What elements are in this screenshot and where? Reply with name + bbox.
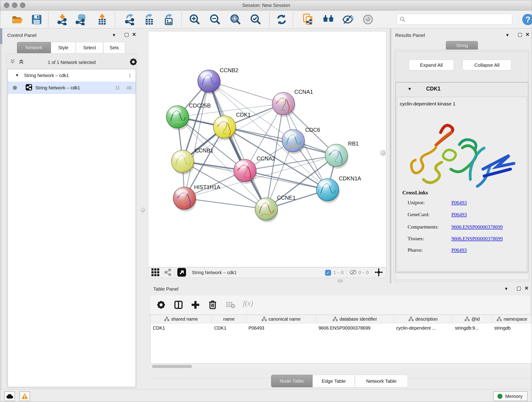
tab-network-table[interactable]: Network Table: [355, 375, 408, 387]
zoom-out-icon[interactable]: [209, 13, 221, 26]
export-network-icon[interactable]: [124, 13, 136, 26]
toolbar-search-field[interactable]: [397, 14, 512, 25]
show-columns-icon[interactable]: [174, 300, 183, 310]
tree-row-collection[interactable]: ▼ String Network – cdk1 1: [8, 69, 136, 82]
import-network-file-icon[interactable]: [56, 13, 69, 26]
selected-checkbox-icon[interactable]: ✓: [325, 270, 331, 276]
save-session-icon[interactable]: [31, 13, 43, 26]
vertical-splitter[interactable]: [390, 28, 390, 283]
table-scrollbar-track[interactable]: [150, 364, 531, 369]
right-splitter-handle[interactable]: [380, 150, 386, 156]
cell-description[interactable]: cyclin-dependent ...: [394, 323, 453, 332]
tab-sets[interactable]: Sets: [103, 42, 125, 53]
warnings-button[interactable]: [19, 391, 30, 401]
table-scrollbar-thumb[interactable]: [152, 365, 192, 368]
expand-all-button[interactable]: Expand All: [409, 60, 454, 70]
cell-name[interactable]: CDK1: [212, 323, 246, 332]
refresh-layout-icon[interactable]: [275, 13, 288, 26]
crosslink-tissues-link[interactable]: 9606.ENSP00000378699: [451, 236, 503, 242]
open-session-icon[interactable]: [11, 13, 24, 26]
crosslink-pharos-link[interactable]: P06493: [451, 247, 467, 253]
column-header[interactable]: canonical name: [246, 315, 317, 323]
cloud-status-button[interactable]: [4, 391, 15, 401]
tree-expand-arrow-icon[interactable]: ▼: [15, 73, 19, 78]
column-header[interactable]: shared name: [151, 315, 212, 323]
network-edge[interactable]: [184, 81, 209, 198]
results-scrollbar-track[interactable]: [395, 274, 528, 280]
help-button[interactable]: ?: [522, 13, 532, 26]
network-node[interactable]: [234, 159, 257, 184]
panel-menu-icon[interactable]: ▾: [506, 32, 509, 38]
entry-collapse-arrow-icon[interactable]: ▼: [408, 87, 412, 91]
network-node[interactable]: [166, 106, 190, 130]
column-header[interactable]: database identifier: [316, 315, 394, 323]
network-node[interactable]: [255, 198, 278, 222]
tab-style[interactable]: Style: [51, 42, 76, 53]
network-edge[interactable]: [184, 198, 266, 209]
zoom-selected-icon[interactable]: [249, 13, 262, 26]
crosslink-uniprot-link[interactable]: P06493: [451, 200, 467, 206]
zoom-in-icon[interactable]: [189, 13, 201, 26]
svg-text:?: ?: [525, 15, 530, 24]
tab-string[interactable]: String: [446, 41, 478, 50]
crosslink-genecard-link[interactable]: P06493: [451, 211, 467, 217]
cell-shared-name[interactable]: CDK1: [151, 323, 212, 332]
panel-menu-icon[interactable]: ▾: [113, 32, 115, 38]
delete-column-trash-icon[interactable]: [209, 300, 217, 310]
network-node[interactable]: [272, 92, 296, 117]
panel-close-icon[interactable]: ✕: [132, 32, 136, 38]
gene-entry-body: cyclin-dependent kinase 1: [397, 97, 527, 271]
pan-crosshair-icon[interactable]: [375, 268, 383, 277]
export-image-icon[interactable]: [163, 13, 175, 26]
horizontal-splitter-handle[interactable]: [337, 279, 343, 282]
cell-namespace[interactable]: stringdb: [492, 323, 532, 332]
column-header[interactable]: name: [212, 315, 246, 323]
cell-canonical-name[interactable]: P06493: [246, 323, 317, 332]
import-table-icon[interactable]: [96, 13, 108, 26]
import-network-database-icon[interactable]: [75, 13, 87, 26]
cell-database-identifier[interactable]: 9606.ENSP00000378699: [316, 323, 394, 332]
gear-icon[interactable]: [129, 58, 137, 67]
tab-edge-table[interactable]: Edge Table: [312, 375, 355, 387]
node-count: 11: [115, 85, 120, 90]
panel-menu-icon[interactable]: ▾: [505, 286, 507, 292]
panel-float-icon[interactable]: ▢: [516, 285, 521, 291]
panel-close-icon[interactable]: ✕: [525, 32, 530, 38]
birds-eye-grid-icon[interactable]: [152, 268, 159, 277]
add-column-icon[interactable]: [191, 300, 200, 310]
panel-float-icon[interactable]: ▢: [124, 32, 129, 38]
network-node[interactable]: [325, 144, 348, 169]
network-node[interactable]: [317, 179, 340, 203]
tab-network-selected[interactable]: Network: [17, 42, 51, 53]
panel-close-icon[interactable]: ✕: [525, 285, 529, 291]
tab-select[interactable]: Select: [76, 42, 103, 53]
panel-float-icon[interactable]: ▢: [518, 32, 522, 38]
hide-show-eye-icon[interactable]: [342, 13, 354, 26]
export-table-icon[interactable]: [143, 13, 156, 26]
network-node[interactable]: [213, 116, 237, 140]
tab-node-table[interactable]: Node Table: [271, 375, 312, 387]
table-row[interactable]: CDK1 CDK1 P06493 9606.ENSP00000378699 cy…: [151, 323, 532, 332]
network-edge[interactable]: [245, 171, 328, 190]
toolbar-separator: [181, 13, 182, 26]
home-networks-icon[interactable]: [322, 13, 335, 26]
copy-network-icon[interactable]: [302, 13, 315, 26]
hidden-eye-slash-icon[interactable]: [349, 269, 357, 276]
column-header[interactable]: @id: [452, 315, 492, 323]
network-canvas[interactable]: CCNB2CCNA1CDC25BCDK1CDC6RB1CCNB1CCNA2CDK…: [148, 31, 386, 267]
network-node[interactable]: [173, 187, 196, 211]
column-header[interactable]: description: [394, 315, 453, 323]
table-settings-gear-icon[interactable]: [157, 300, 165, 310]
zoom-fit-icon[interactable]: [229, 13, 242, 26]
cell-id[interactable]: stringdb:9...: [452, 323, 492, 332]
collapse-all-button[interactable]: Collapse All: [462, 60, 511, 70]
column-header[interactable]: namespace: [492, 315, 532, 323]
left-splitter-handle[interactable]: [140, 207, 146, 213]
network-node[interactable]: [282, 129, 305, 154]
network-type-icon: [26, 84, 32, 92]
tree-row-network[interactable]: String Network – cdk1 11 48: [8, 82, 136, 94]
crosslink-compartments-link[interactable]: 9606.ENSP00000378699: [451, 224, 503, 230]
network-share-icon[interactable]: [164, 269, 172, 277]
memory-button[interactable]: Memory: [493, 391, 528, 401]
open-external-icon[interactable]: [177, 268, 186, 278]
